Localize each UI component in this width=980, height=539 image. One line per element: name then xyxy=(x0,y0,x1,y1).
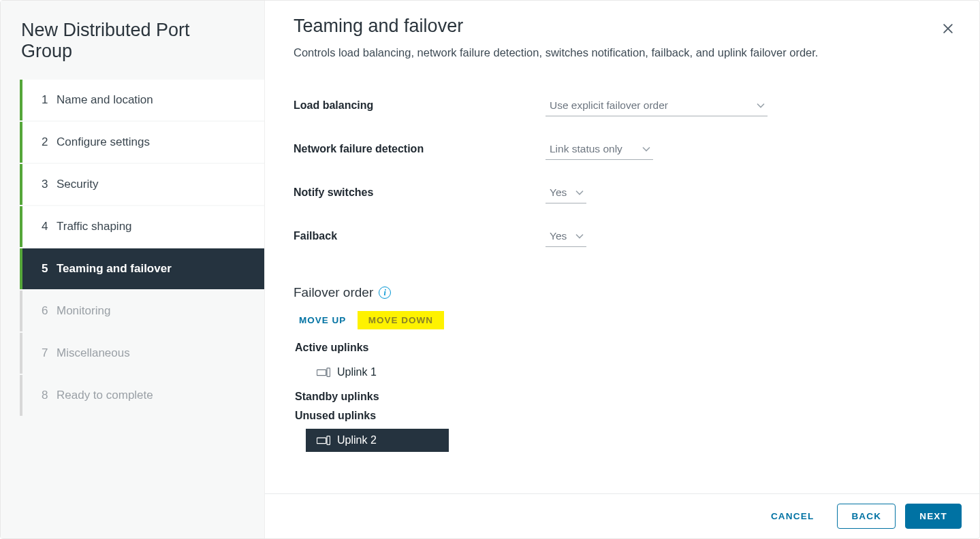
failover-order-title: Failover order i xyxy=(294,285,951,300)
select-failback[interactable]: Yes xyxy=(546,226,586,247)
wizard-steps: 1 Name and location 2 Configure settings… xyxy=(1,80,264,416)
step-label: Name and location xyxy=(57,93,153,107)
label-notify-switches: Notify switches xyxy=(294,186,546,199)
wizard-dialog: New Distributed Port Group 1 Name and lo… xyxy=(0,0,980,539)
page-description: Controls load balancing, network failure… xyxy=(294,46,951,59)
step-label: Teaming and failover xyxy=(57,262,172,276)
select-notify-switches[interactable]: Yes xyxy=(546,182,586,203)
select-value: Yes xyxy=(550,186,567,199)
step-name-and-location[interactable]: 1 Name and location xyxy=(20,80,264,120)
step-number: 2 xyxy=(42,135,57,149)
wizard-sidebar: New Distributed Port Group 1 Name and lo… xyxy=(1,1,265,538)
close-icon xyxy=(941,22,955,37)
row-load-balancing: Load balancing Use explicit failover ord… xyxy=(294,84,951,127)
unused-uplinks-label: Unused uplinks xyxy=(295,410,951,422)
label-load-balancing: Load balancing xyxy=(294,99,546,112)
select-value: Yes xyxy=(550,230,567,242)
content-scroll-area[interactable]: Teaming and failover Controls load balan… xyxy=(265,1,979,493)
active-uplinks-label: Active uplinks xyxy=(295,342,951,354)
step-teaming-and-failover[interactable]: 5 Teaming and failover xyxy=(20,248,264,289)
uplink-name: Uplink 2 xyxy=(337,434,377,446)
svg-rect-2 xyxy=(317,370,326,375)
step-number: 6 xyxy=(42,304,57,318)
step-configure-settings[interactable]: 2 Configure settings xyxy=(20,122,264,163)
uplink-item[interactable]: Uplink 2 xyxy=(306,429,449,452)
back-button[interactable]: BACK xyxy=(837,504,896,529)
step-number: 4 xyxy=(42,220,57,233)
svg-rect-5 xyxy=(327,436,330,445)
svg-rect-3 xyxy=(327,368,330,377)
step-security[interactable]: 3 Security xyxy=(20,164,264,205)
wizard-title: New Distributed Port Group xyxy=(1,20,264,80)
wizard-content: Teaming and failover Controls load balan… xyxy=(265,1,979,538)
step-label: Security xyxy=(57,178,98,191)
chevron-down-icon xyxy=(642,145,650,153)
move-up-button[interactable]: MOVE UP xyxy=(291,311,354,329)
step-number: 5 xyxy=(42,262,57,276)
nic-icon xyxy=(317,368,330,377)
next-button[interactable]: NEXT xyxy=(905,504,962,529)
chevron-down-icon xyxy=(757,101,765,110)
close-button[interactable] xyxy=(937,18,959,40)
wizard-footer: CANCEL BACK NEXT xyxy=(265,493,979,538)
svg-rect-4 xyxy=(317,438,326,443)
step-number: 1 xyxy=(42,93,57,107)
row-failback: Failback Yes xyxy=(294,214,951,258)
step-number: 3 xyxy=(42,178,57,191)
cancel-button[interactable]: CANCEL xyxy=(757,504,827,529)
move-down-button[interactable]: MOVE DOWN xyxy=(358,311,444,329)
step-number: 8 xyxy=(42,389,57,402)
step-label: Monitoring xyxy=(57,304,110,318)
step-label: Miscellaneous xyxy=(57,346,130,360)
step-number: 7 xyxy=(42,346,57,360)
step-ready-to-complete: 8 Ready to complete xyxy=(20,375,264,416)
step-miscellaneous: 7 Miscellaneous xyxy=(20,333,264,374)
step-label: Ready to complete xyxy=(57,389,153,402)
info-icon[interactable]: i xyxy=(379,287,391,299)
step-traffic-shaping[interactable]: 4 Traffic shaping xyxy=(20,206,264,247)
row-notify-switches: Notify switches Yes xyxy=(294,171,951,214)
uplink-item[interactable]: Uplink 1 xyxy=(306,361,449,384)
label-network-failure-detection: Network failure detection xyxy=(294,143,546,155)
select-load-balancing[interactable]: Use explicit failover order xyxy=(546,95,768,116)
select-network-failure-detection[interactable]: Link status only xyxy=(546,139,653,160)
label-failback: Failback xyxy=(294,230,546,242)
select-value: Use explicit failover order xyxy=(550,99,668,112)
chevron-down-icon xyxy=(575,189,584,197)
step-label: Traffic shaping xyxy=(57,220,132,233)
step-monitoring: 6 Monitoring xyxy=(20,291,264,331)
page-title: Teaming and failover xyxy=(294,16,951,37)
chevron-down-icon xyxy=(575,232,584,240)
standby-uplinks-label: Standby uplinks xyxy=(295,391,951,403)
uplink-name: Uplink 1 xyxy=(337,366,377,378)
failover-move-buttons: MOVE UP MOVE DOWN xyxy=(294,311,951,329)
step-label: Configure settings xyxy=(57,135,150,149)
nic-icon xyxy=(317,436,330,445)
row-network-failure-detection: Network failure detection Link status on… xyxy=(294,127,951,171)
failover-order-title-text: Failover order xyxy=(294,285,373,300)
select-value: Link status only xyxy=(550,143,622,155)
